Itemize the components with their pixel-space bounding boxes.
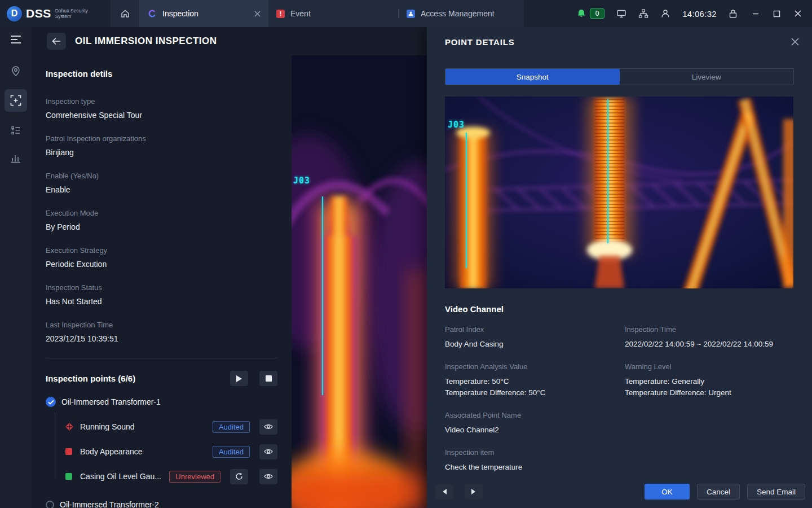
dahua-logo-icon: D <box>7 6 22 21</box>
panel-title: POINT DETAILS <box>445 37 791 47</box>
point-group-row[interactable]: Oil-Immersed Transformer-2 <box>46 492 277 508</box>
detail-field: Inspection Status Has Not Started <box>46 283 277 306</box>
close-window-icon[interactable] <box>794 10 802 17</box>
play-button[interactable] <box>230 371 248 386</box>
cancel-button[interactable]: Cancel <box>697 484 740 500</box>
sitemap-icon[interactable] <box>638 8 648 19</box>
point-row[interactable]: Running Sound Audited <box>55 414 277 439</box>
details-section-title: Inspection detils <box>46 69 277 78</box>
page-header: OIL IMMERSION INSPECTION <box>32 27 427 55</box>
point-name: Running Sound <box>80 422 135 431</box>
sidebar-item-map[interactable] <box>0 65 32 77</box>
point-details-footer: OK Cancel Send Email <box>427 475 812 508</box>
minimize-icon[interactable] <box>752 10 760 17</box>
chevron-right-icon <box>471 488 476 495</box>
measurement-line <box>322 196 323 395</box>
section-divider <box>46 358 277 358</box>
user-icon[interactable] <box>660 8 670 19</box>
view-button[interactable] <box>259 419 277 435</box>
point-items: Running Sound Audited Body Appearance Au… <box>55 414 277 489</box>
thermal-camera-view: J03 <box>292 55 427 508</box>
status-badge: Audited <box>213 421 250 433</box>
play-icon <box>236 375 242 383</box>
sidebar-item-statistics[interactable] <box>0 153 32 163</box>
view-button[interactable] <box>259 469 277 484</box>
tab-event[interactable]: Event <box>268 0 398 27</box>
point-group-row[interactable]: Oil-Immersed Transformer-1 <box>46 389 277 414</box>
tab-strip: Inspection Event Access Management <box>111 0 524 27</box>
snapshot-image: J03 <box>445 97 793 288</box>
tab-liveview[interactable]: Liveview <box>620 69 794 85</box>
tab-access-management[interactable]: Access Management <box>399 0 524 27</box>
checked-circle-icon[interactable] <box>46 397 56 407</box>
video-channel-title: Video Channel <box>445 304 794 314</box>
eye-icon <box>264 423 273 430</box>
detail-field: Warning Level Temperature: Generally Tem… <box>625 362 794 398</box>
detail-field: Execution Strategy Periodic Excution <box>46 246 277 269</box>
detail-field: Inspection item Check the temperature <box>445 448 625 473</box>
green-square-icon <box>65 473 73 480</box>
tab-label: Inspection <box>162 9 198 18</box>
status-badge: Audited <box>213 446 250 458</box>
points-section-title: Inspection points (6/6) <box>46 374 230 383</box>
previous-point-button[interactable] <box>435 484 453 500</box>
group-label: Oil-Immersed Transformer-2 <box>60 500 159 508</box>
chevron-left-icon <box>442 488 447 495</box>
inspection-details-panel: Inspection detils Inspection type Comreh… <box>32 55 292 508</box>
refresh-icon <box>235 472 243 480</box>
detail-field: Enable (Yes/No) Enable <box>46 172 277 194</box>
detail-field: Execution Mode By Period <box>46 209 277 231</box>
stop-icon <box>266 375 272 382</box>
sidebar-item-inspection-active[interactable] <box>5 89 27 112</box>
clock: 14:06:32 <box>682 9 717 19</box>
inspection-points-header: Inspection points (6/6) <box>46 371 277 386</box>
ok-button[interactable]: OK <box>645 484 690 500</box>
menu-hamburger-icon[interactable] <box>0 35 32 44</box>
point-row[interactable]: Casing Oil Level Gau... Unreviewed <box>55 464 277 489</box>
monitor-icon[interactable] <box>616 8 626 19</box>
inspection-swirl-icon <box>148 9 157 18</box>
point-id-label: J03 <box>293 176 310 186</box>
measurement-line <box>607 99 608 243</box>
view-button[interactable] <box>259 444 277 459</box>
point-details-fields: Patrol Index Body And Casing Inspection … <box>445 325 794 473</box>
maximize-icon[interactable] <box>773 10 780 17</box>
close-panel-icon[interactable] <box>791 37 800 46</box>
detail-field: Last Inspection Time 2023/12/15 10:39:51 <box>46 321 277 343</box>
home-icon <box>120 8 130 19</box>
point-details-header: POINT DETAILS <box>427 27 812 56</box>
tab-close-icon[interactable] <box>254 11 261 17</box>
page-title: OIL IMMERSION INSPECTION <box>75 36 217 47</box>
back-button[interactable] <box>47 33 66 50</box>
measurement-line <box>466 133 467 268</box>
red-diamond-icon <box>65 423 73 431</box>
app-logo: D DSS Dahua Security System <box>0 0 111 27</box>
stop-button[interactable] <box>259 371 277 386</box>
retry-button[interactable] <box>230 469 248 484</box>
detail-field: Associated Point Name Video Channel2 <box>445 411 625 436</box>
top-bar: D DSS Dahua Security System Inspection E… <box>0 0 812 27</box>
tab-inspection[interactable]: Inspection <box>140 0 268 27</box>
snapshot-liveview-tabs: Snapshot Liveview <box>445 68 794 85</box>
point-row[interactable]: Body Appearance Audited <box>55 439 277 464</box>
point-details-panel: POINT DETAILS Snapshot Liveview <box>427 27 812 508</box>
tab-label: Access Management <box>421 9 495 18</box>
lock-icon[interactable] <box>729 9 738 19</box>
sidebar-item-tasks[interactable] <box>0 125 32 135</box>
tab-snapshot[interactable]: Snapshot <box>445 69 620 85</box>
alarm-bell-icon <box>576 8 586 19</box>
home-button[interactable] <box>111 0 140 27</box>
event-icon <box>276 10 285 18</box>
red-square-icon <box>65 448 73 455</box>
send-email-button[interactable]: Send Email <box>747 484 805 500</box>
eye-icon <box>264 473 273 480</box>
unchecked-circle-icon[interactable] <box>46 501 54 508</box>
next-point-button[interactable] <box>465 484 483 500</box>
left-sidebar <box>0 27 32 508</box>
back-arrow-icon <box>52 37 61 45</box>
group-label: Oil-Immersed Transformer-1 <box>61 397 161 406</box>
detail-field: Inspection type Comrehensive Special Tou… <box>46 97 277 120</box>
point-name: Body Appearance <box>80 447 143 456</box>
alarm-center[interactable]: 0 <box>576 8 604 19</box>
status-badge: Unreviewed <box>169 471 220 483</box>
